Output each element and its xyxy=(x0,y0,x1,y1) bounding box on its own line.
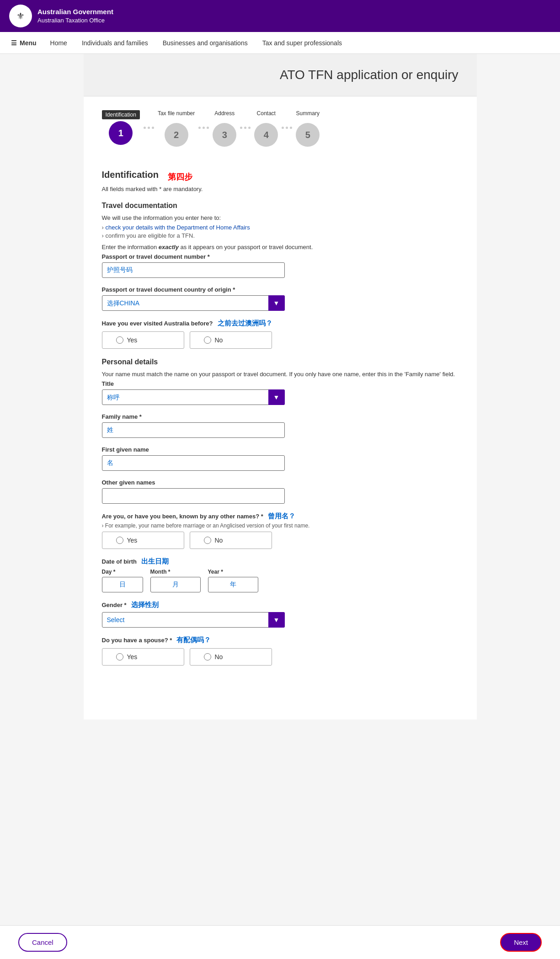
other-names-label: Are you, or have you been, known by any … xyxy=(102,513,263,520)
travel-info-text: We will use the information you enter he… xyxy=(102,214,459,221)
year-field: Year * xyxy=(208,569,258,592)
bullet-2: confirm you are eligible for a TFN. xyxy=(102,232,459,239)
country-select[interactable]: 选择CHINA xyxy=(102,295,285,311)
other-names-radio-group: Yes No xyxy=(102,532,459,549)
nav-individuals[interactable]: Individuals and families xyxy=(75,32,155,53)
form-content: Identification 第四步 All fields marked wit… xyxy=(84,160,477,683)
step-4: Contact 4 xyxy=(254,110,278,147)
other-names-yes-option[interactable]: Yes xyxy=(102,532,184,549)
nav-businesses[interactable]: Businesses and organisations xyxy=(155,32,255,53)
visited-no-radio[interactable] xyxy=(204,336,211,344)
month-label: Month * xyxy=(150,569,201,575)
coat-of-arms-icon: ⚜ xyxy=(9,5,32,27)
month-field: Month * xyxy=(150,569,201,592)
personal-title: Personal details xyxy=(102,358,459,366)
spouse-yes-option[interactable]: Yes xyxy=(102,648,184,666)
travel-instruction: Enter the information exactly as it appe… xyxy=(102,244,459,250)
passport-label: Passport or travel document number * xyxy=(102,253,459,260)
dob-label-row: Date of birth 出生日期 xyxy=(102,557,459,566)
country-label: Passport or travel document country of o… xyxy=(102,286,459,293)
dots-1-2 xyxy=(140,127,158,129)
step-annotation: 第四步 xyxy=(168,171,192,182)
nav-home[interactable]: Home xyxy=(43,32,75,53)
progress-steps: Identification 1 Tax file number 2 A xyxy=(102,110,459,147)
bullet-1: check your details with the Department o… xyxy=(102,224,459,231)
other-names-no-option[interactable]: No xyxy=(190,532,272,549)
personal-details-section: Personal details Your name must match th… xyxy=(102,358,459,666)
visited-label: Have you ever visited Australia before? xyxy=(102,320,213,327)
dots-2-3 xyxy=(195,127,213,129)
family-name-group: Family name * xyxy=(102,413,459,438)
page-title-bar: ATO TFN application or enquiry xyxy=(84,54,477,96)
spouse-radio-group: Yes No xyxy=(102,648,459,666)
dots-4-5 xyxy=(278,127,296,129)
year-input[interactable] xyxy=(208,577,258,592)
other-names-no-radio[interactable] xyxy=(204,537,211,544)
nav-tax-professionals[interactable]: Tax and super professionals xyxy=(255,32,349,53)
day-field: Day * xyxy=(102,569,143,592)
travel-doc-section: Travel documentation We will use the inf… xyxy=(102,202,459,349)
progress-section: Identification 1 Tax file number 2 A xyxy=(84,96,477,160)
family-name-label: Family name * xyxy=(102,413,459,420)
spouse-label-row: Do you have a spouse? * 有配偶吗？ xyxy=(102,636,459,645)
other-names-hint: › For example, your name before marriage… xyxy=(102,522,459,529)
step-2: Tax file number 2 xyxy=(158,110,195,147)
first-given-group: First given name xyxy=(102,446,459,471)
dots-3-4 xyxy=(236,127,254,129)
main-nav: ☰ Menu Home Individuals and families Bus… xyxy=(0,32,560,54)
country-group: Passport or travel document country of o… xyxy=(102,286,459,311)
family-name-input[interactable] xyxy=(102,422,285,438)
menu-button[interactable]: ☰ Menu xyxy=(5,32,43,53)
visited-yes-radio[interactable] xyxy=(116,336,123,344)
spouse-annotation: 有配偶吗？ xyxy=(176,636,211,645)
hamburger-icon: ☰ xyxy=(11,39,17,47)
other-names-group: Are you, or have you been, known by any … xyxy=(102,512,459,549)
other-given-input[interactable] xyxy=(102,488,285,504)
spouse-no-option[interactable]: No xyxy=(190,648,272,666)
first-given-input[interactable] xyxy=(102,455,285,471)
step-circle-2: 2 xyxy=(165,123,188,147)
travel-doc-title: Travel documentation xyxy=(102,202,459,210)
personal-name-note: Your name must match the name on your pa… xyxy=(102,371,459,378)
spouse-yes-radio[interactable] xyxy=(116,653,123,661)
step-3: Address 3 xyxy=(213,110,236,147)
step-circle-4: 4 xyxy=(254,123,278,147)
step-5: Summary 5 xyxy=(296,110,320,147)
first-given-label: First given name xyxy=(102,446,459,453)
spouse-no-radio[interactable] xyxy=(204,653,211,661)
gender-select-wrapper: Select ▼ xyxy=(102,612,285,628)
other-names-annotation: 曾用名？ xyxy=(268,512,295,521)
gov-logo-text: Australian Government Australian Taxatio… xyxy=(37,7,113,25)
month-input[interactable] xyxy=(150,577,201,592)
step-circle-3: 3 xyxy=(213,123,236,147)
year-label: Year * xyxy=(208,569,258,575)
section-title-row: Identification 第四步 xyxy=(102,170,459,184)
gender-select[interactable]: Select xyxy=(102,612,285,628)
dob-label: Date of birth xyxy=(102,558,137,565)
visited-no-option[interactable]: No xyxy=(190,331,272,349)
main-container: ATO TFN application or enquiry Identific… xyxy=(84,54,477,719)
other-given-group: Other given names xyxy=(102,479,459,504)
spouse-group: Do you have a spouse? * 有配偶吗？ Yes No xyxy=(102,636,459,666)
section-title: Identification xyxy=(102,170,159,180)
other-given-label: Other given names xyxy=(102,479,459,486)
mandatory-note: All fields marked with * are mandatory. xyxy=(102,186,459,192)
title-select[interactable]: 称呼 xyxy=(102,389,285,405)
step-circle-1: 1 xyxy=(109,121,133,145)
visited-yes-option[interactable]: Yes xyxy=(102,331,184,349)
visited-radio-group: Yes No xyxy=(102,331,459,349)
step-circle-5: 5 xyxy=(296,123,320,147)
day-input[interactable] xyxy=(102,577,143,592)
other-names-yes-radio[interactable] xyxy=(116,537,123,544)
travel-bullets: check your details with the Department o… xyxy=(102,224,459,239)
visited-group: Have you ever visited Australia before? … xyxy=(102,319,459,349)
visited-annotation: 之前去过澳洲吗？ xyxy=(218,319,272,328)
gender-label: Gender * xyxy=(102,602,127,608)
country-select-wrapper: 选择CHINA ▼ xyxy=(102,295,285,311)
date-inputs: Day * Month * Year * xyxy=(102,569,459,592)
passport-number-group: Passport or travel document number * xyxy=(102,253,459,278)
dob-group: Date of birth 出生日期 Day * Month * Year * xyxy=(102,557,459,592)
spouse-label: Do you have a spouse? * xyxy=(102,637,172,644)
passport-number-input[interactable] xyxy=(102,262,285,278)
home-affairs-link[interactable]: check your details with the Department o… xyxy=(105,224,250,231)
